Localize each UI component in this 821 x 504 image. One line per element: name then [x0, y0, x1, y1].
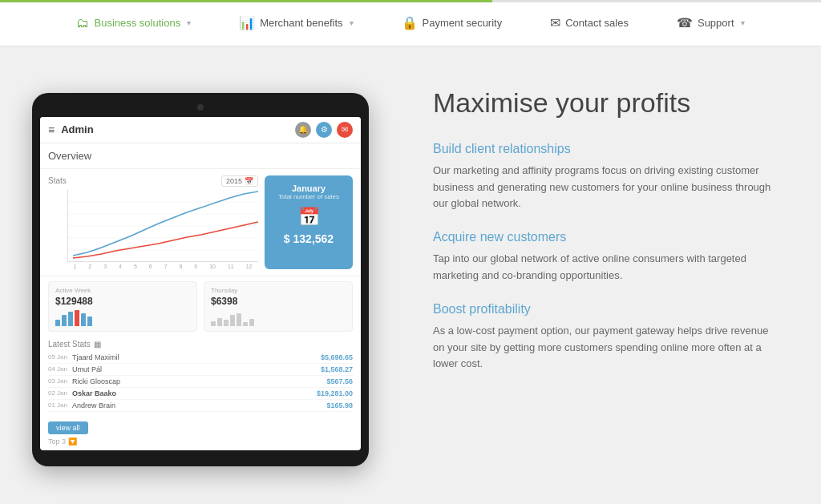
nav-label: Merchant benefits	[260, 17, 342, 29]
right-content: Maximise your profits Build client relat…	[393, 46, 821, 504]
january-amount: $ 132,562	[274, 232, 343, 245]
feature-text-build-client: Our marketing and affinity programs focu…	[433, 163, 781, 212]
feature-text-acquire-customers: Tap into our global network of active on…	[433, 251, 781, 284]
row-name: Ricki Glooscap	[72, 377, 120, 385]
overview-label: Overview	[40, 143, 361, 169]
stats-label: Stats	[48, 176, 67, 185]
chart-container	[67, 190, 258, 262]
row-left: 01 Jan Andrew Brain	[48, 401, 115, 409]
nav-merchant-benefits[interactable]: 📊 Merchant benefits ▾	[239, 15, 353, 30]
chart-svg	[68, 190, 258, 262]
stat-value: $6398	[211, 296, 346, 307]
bell-button[interactable]: 🔔	[295, 122, 311, 138]
nav-label: Contact sales	[565, 17, 629, 29]
briefcase-icon: 🗂	[76, 16, 89, 30]
x-label: 12	[246, 264, 253, 269]
nav-contact-sales[interactable]: ✉ Contact sales	[550, 15, 629, 30]
x-label: 11	[228, 264, 234, 269]
stats-area: Stats 2015 📅 80 70 60 50	[40, 169, 361, 276]
x-label: 10	[209, 264, 216, 269]
bar	[75, 310, 79, 326]
mail-button[interactable]: ✉	[337, 122, 353, 138]
row-left: 04 Jan Umut Pál	[48, 365, 102, 373]
january-card: January Total number of sales 📅 $ 132,56…	[265, 175, 353, 269]
hamburger-icon: ≡	[48, 123, 55, 136]
row-amount: $567.56	[326, 377, 353, 385]
nav-label: Payment security	[423, 17, 503, 29]
chevron-down-icon: ▾	[741, 18, 745, 27]
row-name: Umut Pál	[72, 365, 102, 373]
latest-stats-title: Latest Stats ▦	[48, 340, 353, 349]
stat-value: $129488	[55, 296, 190, 307]
bar	[55, 320, 60, 326]
screen-header-left: ≡ Admin	[48, 123, 94, 136]
year-badge[interactable]: 2015 📅	[221, 175, 258, 187]
bar	[237, 313, 241, 326]
row-date: 01 Jan	[48, 401, 67, 409]
top-3-label: Top 3 🔽	[40, 437, 361, 450]
feature-heading-boost-profitability: Boost profitability	[433, 302, 781, 317]
row-left: 05 Jan Tjaard Maximil	[48, 353, 119, 361]
bar	[224, 320, 229, 326]
row-amount: $19,281.00	[317, 389, 353, 397]
x-label: 4	[119, 264, 122, 269]
table-row: 02 Jan Oskar Baako $19,281.00	[48, 388, 353, 400]
bar	[243, 322, 248, 326]
thursday-stat: Thursday $6398	[204, 281, 353, 332]
feature-text-boost-profitability: As a low-cost payment option, our paymen…	[433, 323, 781, 373]
row-name: Tjaard Maximil	[72, 353, 119, 361]
x-label: 7	[164, 264, 168, 269]
main-content: ≡ Admin 🔔 ⚙ ✉ Overview Stats	[0, 46, 821, 504]
feature-heading-acquire-customers: Acquire new customers	[433, 230, 781, 244]
nav-label: Support	[698, 17, 734, 29]
settings-button[interactable]: ⚙	[316, 122, 332, 138]
chart-section: Stats 2015 📅 80 70 60 50	[48, 175, 258, 269]
table-row: 03 Jan Ricki Glooscap $567.56	[48, 376, 353, 388]
nav-payment-security[interactable]: 🔒 Payment security	[402, 15, 503, 30]
bar	[62, 315, 67, 326]
chevron-down-icon: ▾	[350, 18, 354, 27]
table-row: 01 Jan Andrew Brain $165.98	[48, 400, 353, 412]
bar	[68, 312, 73, 326]
calendar-large-icon: 📅	[274, 207, 343, 228]
main-headline: Maximise your profits	[433, 87, 781, 119]
row-amount: $1,568.27	[321, 365, 353, 373]
camera-dot	[197, 104, 204, 111]
bar	[87, 317, 92, 326]
row-amount: $5,698.65	[321, 353, 353, 361]
x-label: 1	[73, 264, 76, 269]
chart-icon: 📊	[239, 15, 255, 30]
envelope-icon: ✉	[550, 15, 560, 30]
x-label: 2	[88, 264, 91, 269]
nav-support[interactable]: ☎ Support ▾	[677, 15, 745, 30]
tablet-screen: ≡ Admin 🔔 ⚙ ✉ Overview Stats	[40, 117, 361, 450]
row-left: 03 Jan Ricki Glooscap	[48, 377, 120, 385]
bar-chart-mini	[55, 310, 190, 326]
january-title: January	[274, 183, 343, 193]
x-label: 9	[194, 264, 197, 269]
x-label: 6	[149, 264, 152, 269]
table-row: 04 Jan Umut Pál $1,568.27	[48, 364, 353, 376]
x-label: 8	[179, 264, 182, 269]
chart-x-labels: 1 2 3 4 5 6 7 8 9 10 11	[67, 264, 258, 269]
latest-label: Latest Stats	[48, 340, 91, 349]
row-date: 05 Jan	[48, 353, 67, 361]
tablet-section: ≡ Admin 🔔 ⚙ ✉ Overview Stats	[0, 46, 393, 504]
screen-title: Admin	[61, 123, 93, 135]
row-name: Oskar Baako	[72, 389, 116, 397]
bar	[81, 313, 86, 326]
bar	[211, 321, 216, 326]
chevron-down-icon: ▾	[187, 18, 191, 27]
stat-label: Thursday	[211, 287, 346, 294]
nav-business-solutions[interactable]: 🗂 Business solutions ▾	[76, 16, 191, 30]
view-all-button[interactable]: view all	[48, 421, 88, 434]
screen-header-right: 🔔 ⚙ ✉	[295, 122, 353, 138]
x-label: 5	[134, 264, 137, 269]
active-week-stat: Active Week $129488	[48, 281, 197, 332]
screen-header: ≡ Admin 🔔 ⚙ ✉	[40, 117, 361, 143]
row-amount: $165.98	[326, 401, 353, 409]
table-row: 05 Jan Tjaard Maximil $5,698.65	[48, 352, 353, 364]
feature-heading-build-client: Build client relationships	[433, 142, 781, 156]
row-date: 04 Jan	[48, 365, 67, 373]
bar	[230, 315, 235, 326]
